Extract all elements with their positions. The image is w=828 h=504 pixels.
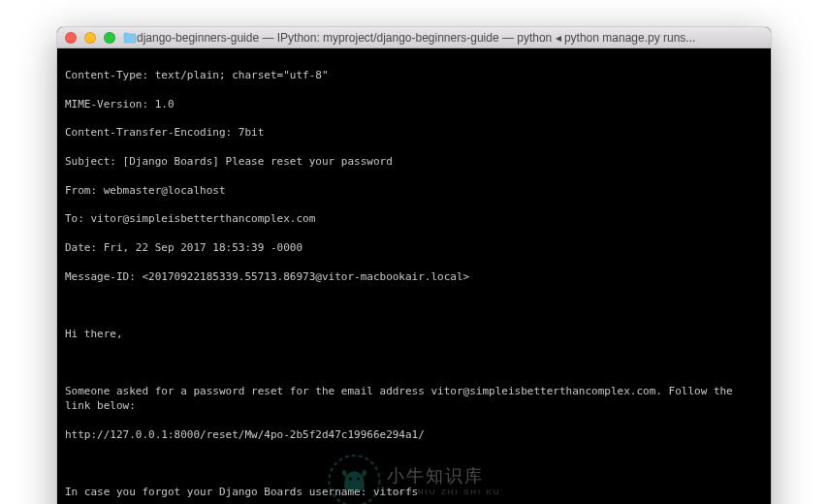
header-line: From: webmaster@localhost bbox=[65, 184, 763, 199]
blank-line bbox=[65, 457, 763, 472]
blank-line bbox=[65, 357, 763, 371]
terminal-window: django-beginners-guide — IPython: myproj… bbox=[57, 27, 771, 504]
body-line: In case you forgot your Django Boards us… bbox=[65, 486, 763, 500]
folder-icon bbox=[123, 32, 137, 44]
window-title: django-beginners-guide — IPython: myproj… bbox=[137, 27, 763, 48]
header-line: MIME-Version: 1.0 bbox=[65, 98, 763, 112]
header-line: Message-ID: <20170922185339.55713.86973@… bbox=[65, 270, 763, 285]
svg-point-1 bbox=[349, 478, 352, 481]
terminal-output[interactable]: Content-Type: text/plain; charset="utf-8… bbox=[57, 48, 771, 504]
header-line: Date: Fri, 22 Sep 2017 18:53:39 -0000 bbox=[65, 241, 763, 256]
close-icon[interactable] bbox=[65, 32, 77, 44]
body-line: Someone asked for a password reset for t… bbox=[65, 385, 763, 414]
body-line: Hi there, bbox=[65, 328, 763, 342]
blank-line bbox=[65, 299, 763, 313]
body-line: http://127.0.0.1:8000/reset/Mw/4po-2b5f2… bbox=[65, 428, 763, 443]
maximize-icon[interactable] bbox=[104, 32, 115, 44]
header-line: Content-Transfer-Encoding: 7bit bbox=[65, 126, 763, 141]
header-line: Content-Type: text/plain; charset="utf-8… bbox=[65, 69, 763, 83]
header-line: Subject: [Django Boards] Please reset yo… bbox=[65, 155, 763, 170]
minimize-icon[interactable] bbox=[84, 32, 96, 44]
header-line: To: vitor@simpleisbetterthancomplex.com bbox=[65, 212, 763, 227]
titlebar[interactable]: django-beginners-guide — IPython: myproj… bbox=[57, 27, 771, 48]
svg-point-2 bbox=[357, 478, 360, 481]
traffic-lights bbox=[65, 32, 115, 44]
